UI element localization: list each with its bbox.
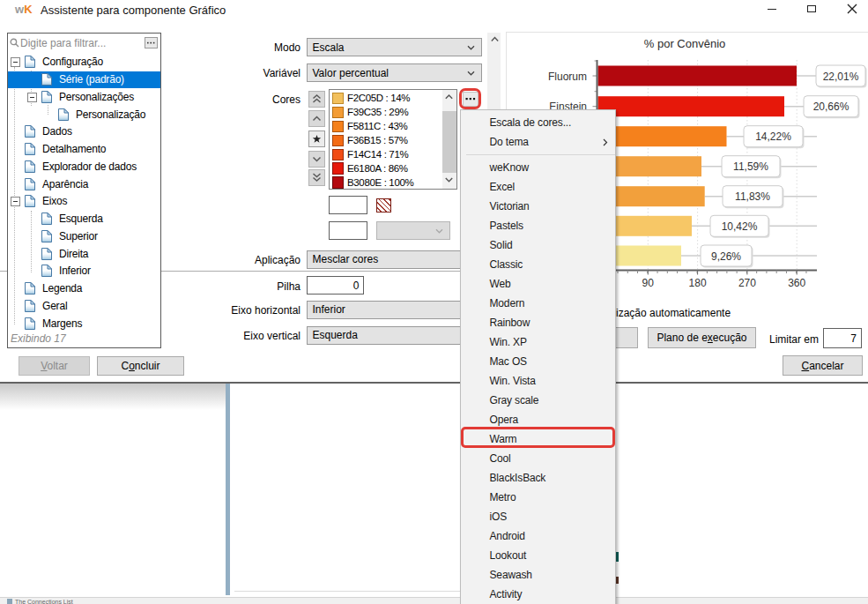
svg-text:270: 270 [738,277,756,289]
svg-text:9,26%: 9,26% [711,250,741,263]
svg-text:11,83%: 11,83% [735,190,770,203]
svg-text:11,59%: 11,59% [733,160,768,173]
svg-text:90: 90 [642,277,655,289]
svg-text:22,01%: 22,01% [823,71,859,83]
svg-text:Fluorum: Fluorum [548,71,587,83]
svg-text:360: 360 [788,277,805,289]
svg-text:10,42%: 10,42% [722,220,758,233]
svg-text:% por Convênio: % por Convênio [644,37,726,50]
svg-text:14,22%: 14,22% [755,130,791,143]
svg-text:180: 180 [689,277,707,289]
svg-text:20,66%: 20,66% [813,101,849,113]
